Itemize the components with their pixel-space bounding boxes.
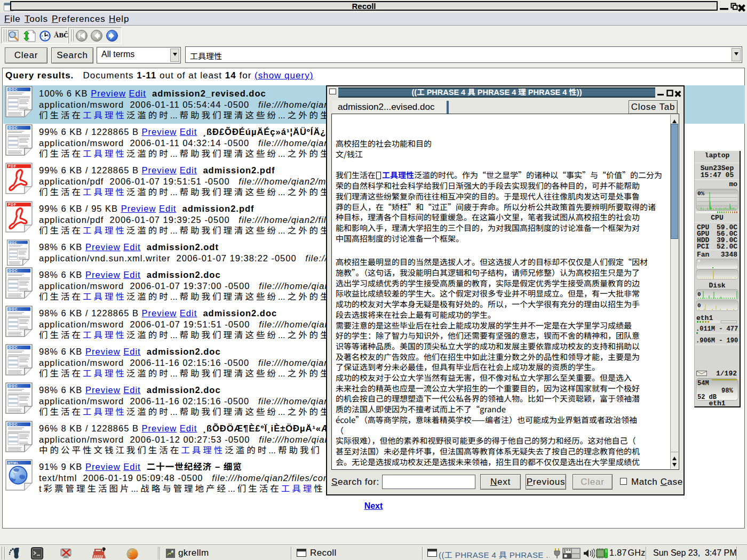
svg-text:0: 0 (697, 302, 701, 309)
svg-text:54M: 54M (697, 380, 709, 387)
svg-text:DOC: DOC (9, 269, 18, 273)
svg-text:0: 0 (697, 291, 701, 298)
svg-text:DOC: DOC (9, 126, 18, 130)
svg-text:98%: 98% (721, 387, 733, 395)
svg-text:HTML: HTML (8, 461, 19, 465)
svg-text:PDF: PDF (8, 164, 17, 168)
svg-text:DOC: DOC (9, 384, 18, 388)
svg-text:DOC: DOC (9, 87, 18, 91)
svg-text:DOC: DOC (9, 346, 18, 349)
svg-text:DOC: DOC (10, 241, 18, 244)
svg-text:DOC: DOC (9, 307, 18, 311)
svg-text:PDF: PDF (8, 203, 17, 206)
svg-text:0%: 0% (697, 190, 705, 197)
svg-text:DOC: DOC (9, 422, 18, 426)
